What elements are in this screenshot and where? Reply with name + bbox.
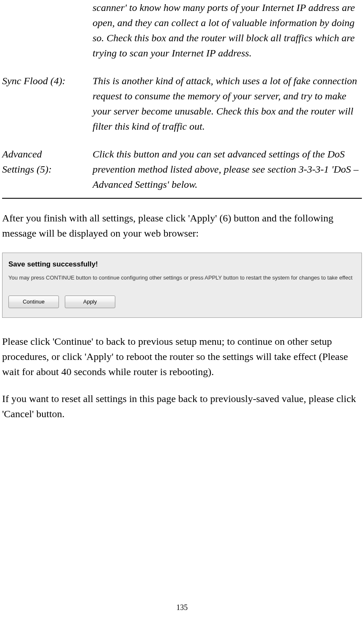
definition-desc: Click this button and you can set advanc… — [93, 147, 362, 192]
paragraph-cancel: If you want to reset all settings in thi… — [2, 391, 362, 421]
button-row: Continue Apply — [8, 296, 356, 308]
page-number: 135 — [0, 602, 364, 613]
paragraph-continue-apply: Please click 'Continue' to back to previ… — [2, 334, 362, 379]
paragraph-apply-instruction: After you finish with all settings, plea… — [2, 210, 362, 241]
panel-message: You may press CONTINUE button to continu… — [8, 274, 356, 282]
save-success-panel: Save setting successfully! You may press… — [2, 253, 362, 318]
definition-label: Advanced Settings (5): — [2, 147, 93, 192]
continue-button[interactable]: Continue — [8, 296, 59, 308]
definition-row: scanner' to know how many ports of your … — [2, 0, 362, 61]
definitions-table: scanner' to know how many ports of your … — [2, 0, 362, 194]
definition-row: Advanced Settings (5): Click this button… — [2, 147, 362, 194]
definition-label-line1: Advanced — [2, 149, 42, 160]
definition-label-line2: Settings (5): — [2, 164, 52, 175]
apply-button[interactable]: Apply — [65, 296, 115, 308]
definition-row: Sync Flood (4): This is another kind of … — [2, 73, 362, 134]
divider-line — [2, 198, 362, 199]
definition-label: Sync Flood (4): — [2, 73, 93, 134]
definition-desc: scanner' to know how many ports of your … — [93, 0, 362, 61]
panel-title: Save setting successfully! — [8, 259, 356, 270]
definition-desc: This is another kind of attack, which us… — [93, 73, 362, 134]
definition-label — [2, 0, 93, 61]
